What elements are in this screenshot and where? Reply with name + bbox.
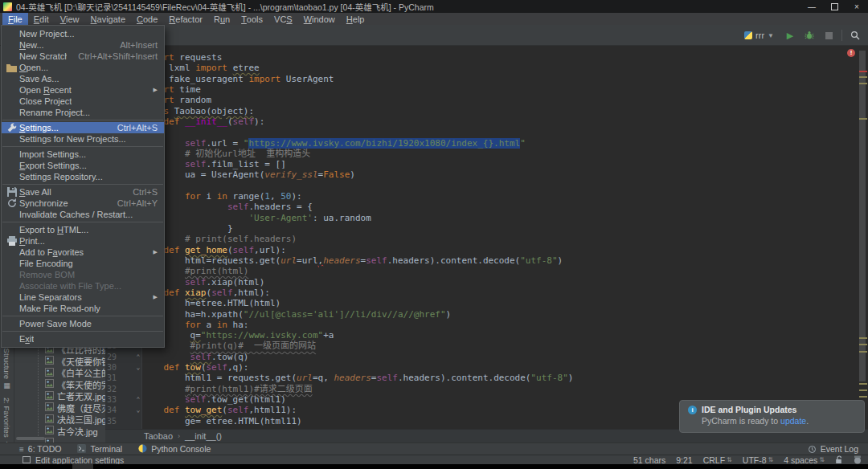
menu-item-import-settings[interactable]: Import Settings... bbox=[2, 149, 164, 160]
status-9-21[interactable]: 9:21 bbox=[676, 455, 692, 465]
code-line[interactable]: 27 q="https://www.ivsky.com"+a bbox=[105, 330, 857, 341]
code-line[interactable]: 10 # 初始化url地址 重构构造头 bbox=[105, 149, 857, 159]
status-4-spaces[interactable]: 4 spaces⇅ bbox=[784, 455, 825, 465]
menu-item-exit[interactable]: Exit bbox=[2, 333, 164, 345]
menu-edit[interactable]: Edit bbox=[28, 13, 55, 25]
gutter-line-number[interactable]: 34 bbox=[105, 405, 134, 415]
menu-window[interactable]: Window bbox=[298, 13, 341, 25]
code-line[interactable]: 28 #print(q)# 一级页面的网站 bbox=[105, 341, 857, 351]
menu-file[interactable]: File bbox=[2, 13, 28, 25]
scrollbar-thumb[interactable] bbox=[859, 51, 866, 381]
project-file-item[interactable]: 亡者无双.jpg bbox=[14, 390, 105, 402]
code-line[interactable]: 13 bbox=[105, 181, 857, 191]
code-line[interactable]: 18 # print(self.headers) bbox=[105, 234, 857, 244]
stop-button[interactable] bbox=[822, 29, 835, 42]
menu-item-add-to-favorites[interactable]: Add to Favorites▶ bbox=[2, 247, 164, 258]
maximize-button[interactable] bbox=[823, 0, 845, 13]
project-file-item[interactable]: 《天使要你铁了 bbox=[14, 356, 105, 368]
menu-item-export-to-html[interactable]: Export to HTML... bbox=[2, 224, 164, 235]
menu-item-rename-project[interactable]: Rename Project... bbox=[2, 107, 164, 118]
fold-marker-up-icon[interactable]: ⌃ bbox=[134, 394, 142, 405]
menu-item-save-all[interactable]: Save AllCtrl+S bbox=[2, 186, 164, 198]
menu-vcs[interactable]: VCS bbox=[268, 13, 298, 25]
code-line[interactable]: 19 def get_home(self,url): bbox=[105, 245, 857, 255]
menu-help[interactable]: Help bbox=[341, 13, 371, 25]
menu-item-new-scratch-file[interactable]: New Scratch FileCtrl+Alt+Shift+Insert bbox=[2, 51, 164, 62]
unlock-icon[interactable] bbox=[835, 455, 843, 464]
tool-window-button-python-console[interactable]: Python Console bbox=[138, 444, 211, 455]
minimize-button[interactable]: — bbox=[800, 0, 823, 13]
code-line[interactable]: 9 self.url = "https://www.ivsky.com/bizh… bbox=[105, 138, 857, 149]
debug-button[interactable] bbox=[803, 29, 816, 42]
gutter-line-number[interactable]: 32 bbox=[105, 384, 134, 394]
code-line[interactable]: 7 def __init__(self): bbox=[105, 116, 857, 127]
tool-window-button-terminal[interactable]: Terminal bbox=[77, 444, 122, 455]
menu-item-make-file-read-only[interactable]: Make File Read-only bbox=[2, 303, 164, 314]
menu-item-file-encoding[interactable]: File Encoding bbox=[2, 258, 164, 269]
search-everywhere-button[interactable] bbox=[849, 29, 862, 42]
code-line[interactable]: 22 self.xiap(html) bbox=[105, 277, 857, 288]
close-button[interactable]: × bbox=[845, 0, 868, 13]
code-line[interactable]: 4import time bbox=[105, 84, 857, 95]
event-log-button[interactable]: Event Log bbox=[808, 444, 868, 454]
code-line[interactable]: 14 for i in range(1, 50): bbox=[105, 191, 857, 202]
menu-item-export-settings[interactable]: Export Settings... bbox=[2, 160, 164, 171]
fold-marker-down-icon[interactable]: ⌄ bbox=[134, 362, 142, 373]
breadcrumb-item[interactable]: __init__() bbox=[185, 431, 222, 441]
menu-item-settings-repository[interactable]: Settings Repository... bbox=[2, 171, 164, 182]
menu-item-close-project[interactable]: Close Project bbox=[2, 96, 164, 107]
status-crlf[interactable]: CRLF⇅ bbox=[703, 455, 732, 465]
menu-item-print[interactable]: Print... bbox=[2, 235, 164, 247]
code-line[interactable]: 8 bbox=[105, 127, 857, 137]
menu-item-associate-with-file-type[interactable]: Associate with File Type... bbox=[2, 280, 164, 292]
code-line[interactable]: 17 } bbox=[105, 223, 857, 234]
menu-item-remove-bom[interactable]: Remove BOM bbox=[2, 269, 164, 280]
breadcrumb-item[interactable]: Taobao bbox=[144, 431, 173, 441]
project-file-item[interactable]: 《笨天使的完美 bbox=[14, 379, 105, 391]
menu-navigate[interactable]: Navigate bbox=[85, 13, 131, 25]
menu-item-synchronize[interactable]: SynchronizeCtrl+Alt+Y bbox=[2, 198, 164, 209]
tool-window-button-2-favorites[interactable]: 2: Favorites bbox=[2, 398, 11, 438]
code-line[interactable]: 21 #print(html) bbox=[105, 266, 857, 276]
menu-item-open[interactable]: Open... bbox=[2, 62, 164, 73]
run-button[interactable]: ▶ bbox=[784, 29, 796, 42]
gutter-line-number[interactable]: 33 bbox=[105, 394, 134, 405]
menu-item-line-separators[interactable]: Line Separators▶ bbox=[2, 292, 164, 303]
inspection-error-indicator[interactable]: ! bbox=[847, 49, 855, 57]
project-file-item[interactable]: 《白羊公主的猥 bbox=[14, 367, 105, 379]
fold-marker-down-icon[interactable]: ⌄ bbox=[134, 405, 142, 415]
code-line[interactable]: 6class Taobao(object): bbox=[105, 106, 857, 116]
status-utf-8[interactable]: UTF-8⇅ bbox=[743, 455, 773, 465]
gutter-line-number[interactable]: 31 bbox=[105, 373, 134, 383]
project-file-item[interactable]: 佛魔（赶尽灭绝） bbox=[14, 402, 105, 414]
code-line[interactable]: 5import random bbox=[105, 95, 857, 105]
project-file-item[interactable]: 古今决.jpg bbox=[14, 426, 105, 438]
gutter-line-number[interactable]: 30 bbox=[105, 362, 134, 373]
code-line[interactable]: 23 def xiap(self,html): bbox=[105, 288, 857, 298]
hector-icon[interactable] bbox=[854, 455, 862, 464]
code-line[interactable]: 29⌃ self.tow(q) bbox=[105, 352, 857, 362]
code-line[interactable]: 26 for a in ha: bbox=[105, 320, 857, 330]
fold-marker-up-icon[interactable]: ⌃ bbox=[134, 352, 142, 362]
code-line[interactable]: 16 'User-Agent': ua.random bbox=[105, 213, 857, 223]
menu-item-save-as[interactable]: Save As... bbox=[2, 73, 164, 84]
code-line[interactable]: 15 self.headers = { bbox=[105, 202, 857, 212]
menu-refactor[interactable]: Refactor bbox=[163, 13, 208, 25]
code-line[interactable]: 3from fake_useragent import UserAgent bbox=[105, 74, 857, 84]
code-line[interactable]: 12 ua = UserAgent(verify_ssl=False) bbox=[105, 169, 857, 180]
code-line[interactable]: 31 html1 = requests.get(url=q, headers=s… bbox=[105, 373, 857, 383]
menu-item-settings[interactable]: Settings...Ctrl+Alt+S bbox=[2, 122, 164, 133]
code-line[interactable]: 30⌄ def tow(self,q): bbox=[105, 362, 857, 373]
code-line[interactable]: 24 h=etree.HTML(html) bbox=[105, 298, 857, 308]
gutter-line-number[interactable]: 35 bbox=[105, 416, 134, 426]
code-line[interactable]: 2from lxml import etree bbox=[105, 63, 857, 73]
menu-code[interactable]: Code bbox=[131, 13, 163, 25]
gutter-line-number[interactable]: 29 bbox=[105, 352, 134, 362]
code-line[interactable]: 25 ha=h.xpath("//ul[@class='ali']//li/di… bbox=[105, 309, 857, 320]
menu-view[interactable]: View bbox=[55, 13, 85, 25]
code-line[interactable]: 32 #print(html1)#请求二级页面 bbox=[105, 384, 857, 394]
menu-item-new-project[interactable]: New Project... bbox=[2, 28, 164, 39]
menu-item-open-recent[interactable]: Open Recent▶ bbox=[2, 84, 164, 96]
code-line[interactable]: 11 self.film_list = [] bbox=[105, 159, 857, 169]
code-line[interactable]: 20 html=requests.get(url=url,headers=sel… bbox=[105, 255, 857, 266]
